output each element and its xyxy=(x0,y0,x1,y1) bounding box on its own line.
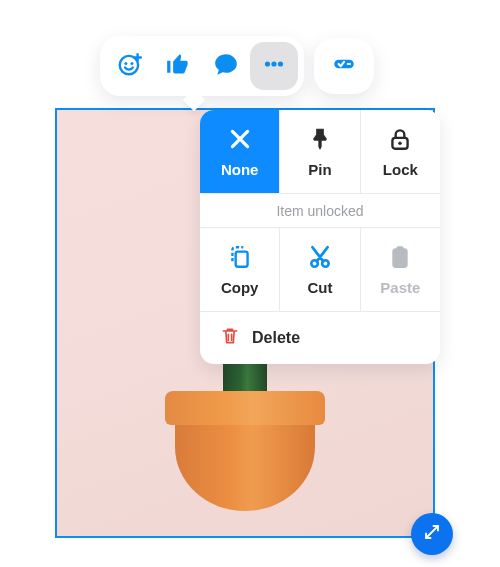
cut-icon xyxy=(307,244,333,273)
svg-rect-14 xyxy=(397,246,404,250)
toolbar-pill xyxy=(100,36,304,96)
action-paste: Paste xyxy=(361,228,440,312)
lock-icon xyxy=(387,126,413,155)
action-lock[interactable]: Lock xyxy=(361,110,440,194)
action-pin[interactable]: Pin xyxy=(280,110,360,194)
action-copy[interactable]: Copy xyxy=(200,228,280,312)
action-copy-label: Copy xyxy=(221,279,259,296)
x-icon xyxy=(227,126,253,155)
resize-icon xyxy=(423,523,441,545)
popover-row-pinlock: None Pin Lock xyxy=(200,110,440,194)
action-paste-label: Paste xyxy=(380,279,420,296)
like-button[interactable] xyxy=(154,42,202,90)
action-cut[interactable]: Cut xyxy=(280,228,360,312)
ellipsis-icon xyxy=(261,51,287,81)
action-pin-label: Pin xyxy=(308,161,331,178)
toolbar xyxy=(100,36,374,96)
add-reaction-button[interactable] xyxy=(106,42,154,90)
svg-point-4 xyxy=(271,61,276,66)
action-lock-label: Lock xyxy=(383,161,418,178)
svg-point-5 xyxy=(278,61,283,66)
annotate-button[interactable] xyxy=(320,44,368,88)
action-none-label: None xyxy=(221,161,259,178)
annotate-icon xyxy=(331,51,357,81)
pin-icon xyxy=(307,126,333,155)
comment-icon xyxy=(213,51,239,81)
thumbs-up-icon xyxy=(165,51,191,81)
action-cut-label: Cut xyxy=(307,279,332,296)
comment-button[interactable] xyxy=(202,42,250,90)
svg-rect-13 xyxy=(394,249,407,266)
svg-point-1 xyxy=(124,62,127,65)
lock-status: Item unlocked xyxy=(200,194,440,228)
emoji-add-icon xyxy=(117,51,143,81)
svg-point-3 xyxy=(265,61,270,66)
action-delete[interactable]: Delete xyxy=(200,312,440,364)
action-none[interactable]: None xyxy=(200,110,280,194)
trash-icon xyxy=(220,326,240,350)
svg-rect-7 xyxy=(347,63,351,65)
paste-icon xyxy=(387,244,413,273)
lock-status-text: Item unlocked xyxy=(276,203,363,219)
copy-icon xyxy=(227,244,253,273)
svg-point-2 xyxy=(130,62,133,65)
resize-handle[interactable] xyxy=(411,513,453,555)
image-subject-pot xyxy=(165,391,325,511)
toolbar-extra-pill xyxy=(314,38,374,94)
action-delete-label: Delete xyxy=(252,329,300,347)
context-popover: None Pin Lock Item unlocked Copy xyxy=(200,110,440,364)
popover-row-clipboard: Copy Cut Paste xyxy=(200,228,440,312)
svg-rect-10 xyxy=(235,251,247,266)
more-button[interactable] xyxy=(250,42,298,90)
svg-point-9 xyxy=(399,141,402,144)
